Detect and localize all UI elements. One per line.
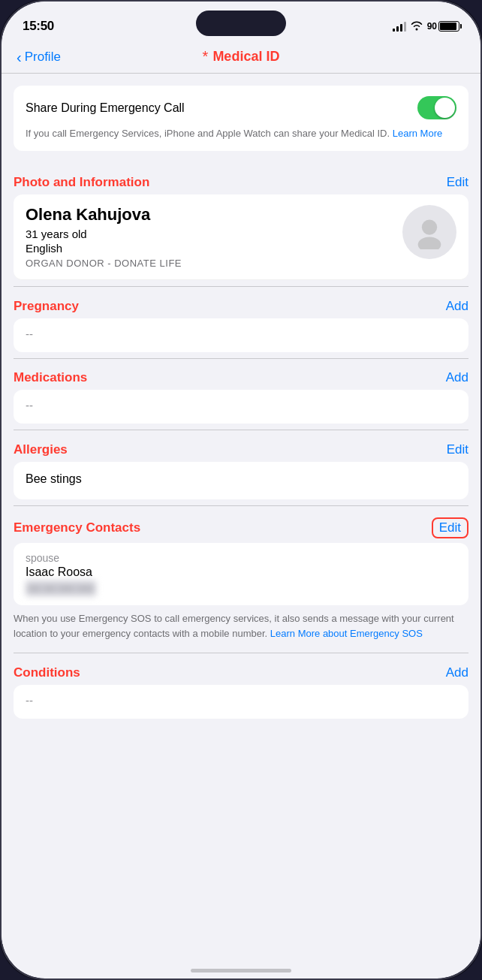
status-time: 15:50 xyxy=(23,19,54,34)
status-icons: 90 xyxy=(393,20,459,33)
toggle-knob xyxy=(435,98,455,118)
avatar xyxy=(402,205,456,259)
allergies-section-title: Allergies xyxy=(14,442,68,457)
phone-frame: 15:50 90 xyxy=(0,0,482,980)
emergency-contacts-footer: When you use Emergency SOS to call emerg… xyxy=(2,605,480,641)
dynamic-island xyxy=(196,11,286,36)
signal-icon xyxy=(393,21,406,32)
conditions-section-title: Conditions xyxy=(14,665,80,680)
conditions-add-button[interactable]: Add xyxy=(446,665,468,680)
emergency-contacts-edit-button[interactable]: Edit xyxy=(432,517,468,538)
allergies-edit-button[interactable]: Edit xyxy=(447,442,468,457)
emergency-contacts-card: spouse Isaac Roosa ••• ••• •••• •••• xyxy=(14,543,468,605)
photo-edit-button[interactable]: Edit xyxy=(447,175,468,190)
share-emergency-section: Share During Emergency Call If you call … xyxy=(14,86,468,151)
pregnancy-add-button[interactable]: Add xyxy=(446,299,468,314)
allergies-section-header: Allergies Edit xyxy=(2,430,480,462)
medications-add-button[interactable]: Add xyxy=(446,370,468,385)
photo-section-title: Photo and Information xyxy=(14,175,149,190)
svg-point-0 xyxy=(422,220,437,235)
conditions-section-header: Conditions Add xyxy=(2,653,480,685)
back-button[interactable]: ‹ Profile xyxy=(17,50,61,65)
battery-level: 90 xyxy=(427,21,437,32)
contact-name: Isaac Roosa xyxy=(26,565,456,579)
toggle-label: Share During Emergency Call xyxy=(26,101,185,115)
contact-phone: ••• ••• •••• •••• xyxy=(26,580,96,596)
conditions-card: -- xyxy=(14,685,468,719)
allergies-value: Bee stings xyxy=(26,471,456,490)
toggle-row: Share During Emergency Call xyxy=(26,96,456,119)
home-indicator xyxy=(191,969,291,972)
nav-bar: ‹ Profile * Medical ID xyxy=(2,42,480,74)
emergency-contacts-title: Emergency Contacts xyxy=(14,520,140,535)
pregnancy-section-header: Pregnancy Add xyxy=(2,287,480,318)
medical-asterisk-icon: * xyxy=(203,48,209,65)
medications-section-title: Medications xyxy=(14,370,87,385)
battery-icon: 90 xyxy=(427,21,459,32)
allergies-card: Bee stings xyxy=(14,462,468,499)
profile-age: 31 years old xyxy=(26,228,393,240)
emergency-sos-learn-more-link[interactable]: Learn More about Emergency SOS xyxy=(270,628,423,639)
conditions-value: -- xyxy=(26,694,456,710)
emergency-contacts-section-header: Emergency Contacts Edit xyxy=(2,505,480,543)
pregnancy-card: -- xyxy=(14,318,468,352)
share-emergency-toggle[interactable] xyxy=(417,96,456,119)
medications-value: -- xyxy=(26,399,456,415)
phone-screen: 15:50 90 xyxy=(2,2,480,978)
profile-info: Olena Kahujova 31 years old English ORGA… xyxy=(26,205,393,269)
page-title: * Medical ID xyxy=(203,48,280,65)
pregnancy-value: -- xyxy=(26,327,456,343)
wifi-icon xyxy=(411,20,423,33)
learn-more-link[interactable]: Learn More xyxy=(393,128,442,139)
content-area: Share During Emergency Call If you call … xyxy=(2,74,480,944)
back-label: Profile xyxy=(25,50,61,65)
pregnancy-section-title: Pregnancy xyxy=(14,299,79,314)
medications-section-header: Medications Add xyxy=(2,358,480,390)
photo-section-header: Photo and Information Edit xyxy=(2,163,480,194)
person-icon xyxy=(412,215,447,249)
chevron-left-icon: ‹ xyxy=(17,50,22,65)
toggle-description: If you call Emergency Services, iPhone a… xyxy=(26,127,456,140)
contact-relationship: spouse xyxy=(26,552,456,564)
profile-name: Olena Kahujova xyxy=(26,205,393,225)
page-title-text: Medical ID xyxy=(212,49,279,65)
profile-language: English xyxy=(26,242,393,255)
medications-card: -- xyxy=(14,390,468,424)
profile-card: Olena Kahujova 31 years old English ORGA… xyxy=(14,194,468,280)
profile-donor-status: ORGAN DONOR - DONATE LIFE xyxy=(26,258,393,269)
svg-point-1 xyxy=(418,237,441,250)
